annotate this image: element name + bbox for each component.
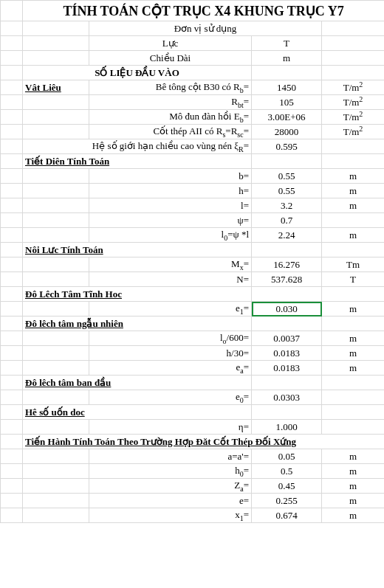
n-label: N= [89,272,252,287]
lo600-unit: m [322,331,385,346]
e-unit: m [322,494,385,508]
h-value[interactable]: 0.55 [252,184,322,198]
l-value[interactable]: 3.2 [252,198,322,213]
mx-unit: Tm [322,257,385,272]
h30-unit: m [322,346,385,361]
e1-unit: m [322,302,385,317]
xi-value[interactable]: 0.595 [252,139,322,154]
rbt-unit: T/m2 [322,95,385,110]
e-value[interactable]: 0.255 [252,494,322,508]
aa-label: a=a'= [89,449,252,464]
spreadsheet[interactable]: TÍNH TOÁN CỘT TRỤC X4 KHUNG TRỤC Y7 Đơn … [0,0,384,523]
h0-value[interactable]: 0.5 [252,464,322,479]
e0-value[interactable]: 0.0303 [252,390,322,405]
lo600-value[interactable]: 0.0037 [252,331,322,346]
section-input: SỐ LIỆU ĐẦU VÀO [23,66,252,80]
length-label: Chiều Dài [89,51,252,66]
h0-label: h0= [89,464,252,479]
steel-value[interactable]: 28000 [252,125,322,139]
rbt-value[interactable]: 105 [252,95,322,110]
n-unit: T [322,272,385,287]
h0-unit: m [322,464,385,479]
page-title: TÍNH TOÁN CỘT TRỤC X4 KHUNG TRỤC Y7 [23,1,385,21]
e-label: e= [89,494,252,508]
l0-value[interactable]: 2.24 [252,228,322,243]
l0-label: l0=ψ *l [89,228,252,243]
eb-unit: T/m2 [322,110,385,125]
x1-unit: m [322,508,385,523]
psi-value[interactable]: 0.7 [252,213,322,228]
ea-value[interactable]: 0.0183 [252,361,322,376]
b-label: b= [89,169,252,184]
x1-value[interactable]: 0.674 [252,508,322,523]
h-label: h= [89,184,252,198]
eb-label: Mô đun đàn hồi Eb= [89,110,252,125]
force-label: Lực [89,36,252,51]
h30-label: h/30= [89,346,252,361]
ea-label: ea= [89,361,252,376]
section-e0: Đô lêch tâm ban đầu [23,376,252,390]
unit-header: Đơn vị sử dụng [89,21,322,36]
eb-value[interactable]: 3.00E+06 [252,110,322,125]
aa-unit: m [322,449,385,464]
steel-unit: T/m2 [322,125,385,139]
section-eta: Hê số uốn doc [23,405,252,420]
l-unit: m [322,198,385,213]
l0-unit: m [322,228,385,243]
rb-label: Bê tông cột B30 có Rb= [89,80,252,95]
b-value[interactable]: 0.55 [252,169,322,184]
za-unit: m [322,479,385,494]
h-unit: m [322,184,385,198]
rb-value[interactable]: 1450 [252,80,322,95]
section-e1: Đô Lêch Tâm Tĩnh Hoc [23,287,252,302]
mx-value[interactable]: 16.276 [252,257,322,272]
material-label: Vât Liêu [23,80,89,95]
force-unit: T [252,36,322,51]
eta-label: η= [89,420,252,435]
rb-unit: T/m2 [322,80,385,95]
e1-value[interactable]: 0.030 [252,302,322,317]
xi-label: Hệ số giới hạn chiều cao vùng nén ξR= [23,139,252,154]
section-ea: Đô lêch tâm ngẫu nhiên [23,317,252,331]
ea-unit: m [322,361,385,376]
lo600-label: lo/600= [89,331,252,346]
length-unit: m [252,51,322,66]
steel-label: Cốt thép AII có Rs=Rsc= [89,125,252,139]
section-calc: Tiến Hành Tính Toán Theo Trường Hợp Đăt … [23,435,385,449]
section-cross-section: Tiết Diên Tính Toán [23,154,252,169]
mx-label: Mx= [89,257,252,272]
l-label: l= [89,198,252,213]
n-value[interactable]: 537.628 [252,272,322,287]
eta-value[interactable]: 1.000 [252,420,322,435]
za-label: Za= [89,479,252,494]
aa-value[interactable]: 0.05 [252,449,322,464]
section-forces: Nôi Lưc Tính Toán [23,243,252,257]
b-unit: m [322,169,385,184]
e0-label: e0= [89,390,252,405]
h30-value[interactable]: 0.0183 [252,346,322,361]
za-value[interactable]: 0.45 [252,479,322,494]
psi-label: ψ= [89,213,252,228]
e1-label: e1= [89,302,252,317]
x1-label: x1= [89,508,252,523]
rbt-label: Rbt= [89,95,252,110]
